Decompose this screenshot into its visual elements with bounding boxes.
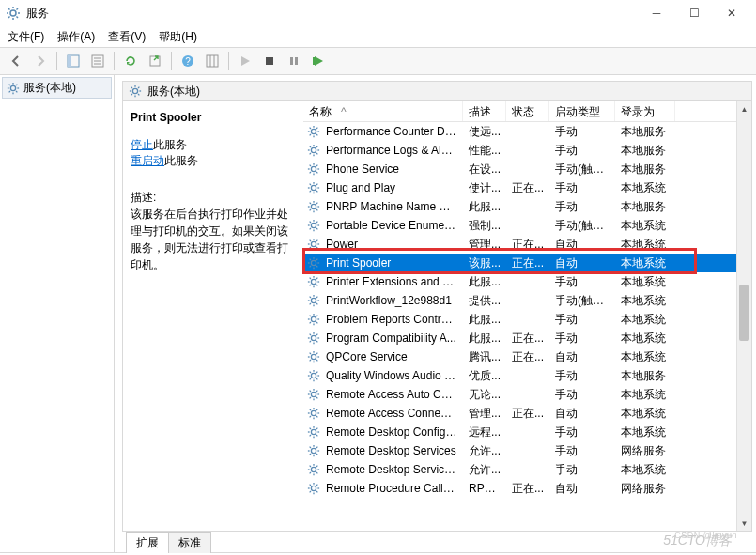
service-row[interactable]: Remote Desktop Services允许...手动网络服务	[303, 441, 751, 460]
service-row[interactable]: Performance Logs & Aler...性能...手动本地服务	[303, 141, 751, 160]
description-label: 描述:	[131, 190, 296, 206]
service-row[interactable]: PrintWorkflow_12e988d1提供...手动(触发...本地系统	[303, 291, 751, 310]
gear-icon	[307, 219, 320, 232]
services-list[interactable]: 名称 ^ 描述 状态 启动类型 登录为 Performance Counter …	[303, 101, 751, 531]
cell-startup: 手动(触发...	[549, 218, 615, 234]
show-hide-tree-button[interactable]	[63, 51, 84, 71]
service-row[interactable]: Program Compatibility A...此服...正在...手动本地…	[303, 329, 751, 347]
col-logon-as[interactable]: 登录为	[615, 101, 675, 121]
properties-button[interactable]	[87, 51, 108, 71]
back-button[interactable]	[6, 51, 26, 71]
service-row[interactable]: PNRP Machine Name Pu...此服...手动本地服务	[303, 197, 751, 216]
menu-view[interactable]: 查看(V)	[108, 29, 146, 45]
cell-logon: 本地系统	[615, 293, 675, 309]
stop-service-button[interactable]	[259, 51, 280, 71]
cell-name: Remote Procedure Call (...	[320, 482, 463, 495]
cell-description: 提供...	[463, 293, 506, 309]
tree-item-label: 服务(本地)	[23, 80, 76, 96]
results-header-label: 服务(本地)	[147, 84, 200, 100]
cell-startup: 自动	[549, 481, 615, 497]
col-status[interactable]: 状态	[506, 101, 549, 121]
gear-icon	[307, 313, 320, 326]
svg-rect-24	[313, 57, 315, 65]
cell-logon: 本地系统	[615, 424, 675, 440]
menu-help[interactable]: 帮助(H)	[159, 29, 197, 45]
service-row[interactable]: Remote Access Auto Con...无论...手动本地系统	[303, 385, 751, 404]
cell-description: 管理...	[463, 237, 506, 253]
console-tree[interactable]: 服务(本地)	[0, 75, 115, 552]
cell-name: Remote Access Auto Con...	[320, 388, 463, 401]
cell-description: 性能...	[463, 143, 506, 159]
restart-service-link[interactable]: 重启动	[131, 154, 164, 167]
service-row[interactable]: QPCore Service腾讯...正在...自动本地系统	[303, 347, 751, 366]
cell-description: 使计...	[463, 180, 506, 196]
stop-service-link[interactable]: 停止	[131, 138, 153, 151]
minimize-button[interactable]: ─	[638, 0, 675, 26]
cell-description: 允许...	[463, 462, 506, 478]
cell-startup: 手动	[549, 199, 615, 215]
cell-name: Plug and Play	[320, 181, 463, 194]
service-row[interactable]: Remote Desktop Configu...远程...手动本地系统	[303, 423, 751, 441]
scroll-thumb[interactable]	[739, 285, 749, 341]
stop-service-suffix: 此服务	[153, 138, 187, 151]
service-row[interactable]: Problem Reports Control...此服...手动本地系统	[303, 310, 751, 329]
cell-status: 正在...	[506, 406, 549, 422]
forward-button[interactable]	[30, 51, 51, 71]
description-text: 该服务在后台执行打印作业并处理与打印机的交互。如果关闭该服务，则无法进行打印或查…	[131, 206, 296, 273]
service-row[interactable]: Print Spooler该服...正在...自动本地系统	[303, 254, 751, 272]
pause-service-button[interactable]	[284, 51, 304, 71]
list-header[interactable]: 名称 ^ 描述 状态 启动类型 登录为	[303, 101, 751, 122]
gear-icon	[307, 463, 320, 476]
service-row[interactable]: Quality Windows Audio V...优质...手动本地服务	[303, 366, 751, 385]
cell-startup: 手动	[549, 143, 615, 159]
column-settings-button[interactable]	[202, 51, 223, 71]
scroll-up-button[interactable]: ▲	[737, 101, 751, 116]
menu-action[interactable]: 操作(A)	[57, 29, 95, 45]
menu-file[interactable]: 文件(F)	[8, 29, 44, 45]
tab-standard[interactable]: 标准	[168, 532, 211, 553]
close-button[interactable]: ✕	[713, 0, 750, 26]
service-row[interactable]: Printer Extensions and N...此服...手动本地系统	[303, 272, 751, 291]
col-description[interactable]: 描述	[463, 101, 506, 121]
gear-icon	[307, 425, 320, 439]
refresh-button[interactable]	[120, 51, 141, 71]
service-row[interactable]: Phone Service在设...手动(触发...本地服务	[303, 160, 751, 178]
col-startup-type[interactable]: 启动类型	[549, 101, 615, 121]
cell-description: RPC...	[463, 482, 506, 495]
gear-icon	[307, 369, 320, 382]
col-name[interactable]: 名称 ^	[303, 101, 463, 121]
gear-icon	[307, 256, 320, 270]
service-row[interactable]: Remote Access Connecti...管理...正在...自动本地系…	[303, 404, 751, 423]
cell-name: PrintWorkflow_12e988d1	[320, 294, 463, 307]
cell-description: 允许...	[463, 443, 506, 459]
service-row[interactable]: Portable Device Enumera...强制...手动(触发...本…	[303, 216, 751, 235]
restart-service-button[interactable]	[308, 51, 329, 71]
svg-rect-22	[290, 57, 293, 65]
help-button[interactable]: ?	[177, 51, 198, 71]
tab-extended[interactable]: 扩展	[126, 532, 169, 553]
view-tabs: 扩展 标准	[122, 532, 752, 552]
gear-icon	[307, 407, 320, 420]
cell-logon: 本地系统	[615, 387, 675, 403]
service-row[interactable]: Remote Desktop Service...允许...手动本地系统	[303, 460, 751, 479]
cell-status: 正在...	[506, 481, 549, 497]
start-service-button[interactable]	[235, 51, 255, 71]
gear-icon	[307, 350, 320, 363]
cell-name: Program Compatibility A...	[320, 331, 463, 345]
export-button[interactable]	[145, 51, 165, 71]
gear-icon	[307, 482, 320, 495]
cell-name: Performance Logs & Aler...	[320, 144, 463, 157]
maximize-button[interactable]: ☐	[675, 0, 713, 26]
tree-item-services-local[interactable]: 服务(本地)	[2, 77, 112, 99]
cell-startup: 手动	[549, 424, 615, 440]
scroll-down-button[interactable]: ▼	[737, 516, 751, 531]
vertical-scrollbar[interactable]: ▲ ▼	[736, 101, 751, 531]
cell-startup: 自动	[549, 406, 615, 422]
service-row[interactable]: Power管理...正在...自动本地系统	[303, 235, 751, 254]
gear-icon	[307, 388, 320, 401]
service-row[interactable]: Performance Counter DL...使远...手动本地服务	[303, 122, 751, 141]
service-row[interactable]: Plug and Play使计...正在...手动本地系统	[303, 178, 751, 197]
service-row[interactable]: Remote Procedure Call (...RPC...正在...自动网…	[303, 479, 751, 498]
cell-name: Remote Desktop Services	[320, 444, 463, 457]
gear-icon	[307, 144, 320, 157]
